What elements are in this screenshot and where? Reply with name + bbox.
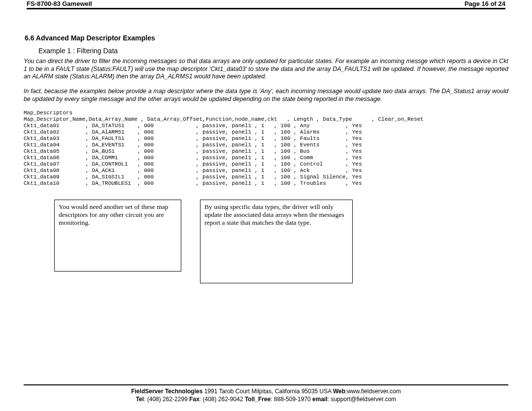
example-title: Example 1 : Filtering Data (38, 47, 508, 55)
callout-right: By using specific data types, the driver… (200, 200, 353, 283)
paragraph-1: You can direct the driver to filter the … (24, 58, 508, 81)
callout-left: You would need another set of these map … (54, 200, 181, 272)
section-number: 6.6 (25, 34, 34, 42)
footer-line-1: FieldServer Technologies 1991 Tarob Cour… (0, 387, 532, 395)
footer-company: FieldServer Technologies (131, 388, 202, 395)
footer-email-value: : support@fieldserver.com (328, 396, 397, 403)
paragraph-2: In fact, because the examples below prov… (24, 88, 508, 103)
footer-rule (24, 384, 508, 385)
section-heading: 6.6 Advanced Map Descriptor Examples (25, 34, 508, 42)
header-rule (27, 8, 505, 9)
section-title-text: Advanced Map Descriptor Examples (36, 34, 155, 42)
footer-tel-label: Tel (136, 396, 144, 403)
footer-fax-label: Fax (189, 396, 200, 403)
callouts-area: You would need another set of these map … (24, 200, 508, 298)
footer-tollfree-value: : 888-509-1970 (270, 396, 312, 403)
footer-tel-value: : (408) 262-2299 (144, 396, 189, 403)
footer-line-2: Tel: (408) 262-2299 Fax: (408) 262-9042 … (0, 395, 532, 403)
page-footer: FieldServer Technologies 1991 Tarob Cour… (0, 384, 532, 403)
footer-tollfree-label: Toll_Free (245, 396, 270, 403)
header-page: Page 16 of 24 (465, 0, 505, 7)
footer-web-label: Web (333, 388, 345, 395)
footer-web-value: :www.fieldserver.com (345, 388, 401, 395)
header-left: FS-8700-83 Gamewell (27, 0, 92, 7)
footer-fax-value: : (408) 262-9042 (200, 396, 245, 403)
map-descriptor-table: Map_Descriptors Map_Descriptor_Name,Data… (24, 110, 508, 187)
footer-email-label: email (312, 396, 328, 403)
footer-address: 1991 Tarob Court Milpitas, California 95… (202, 388, 333, 395)
